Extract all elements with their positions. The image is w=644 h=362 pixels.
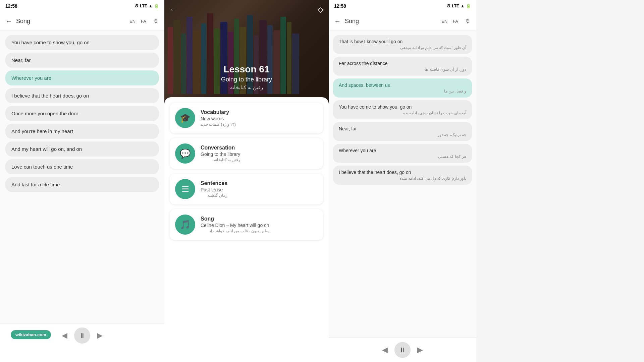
- back-button-center[interactable]: ←: [170, 5, 177, 14]
- card-fa-1: رفتن به کتابخانه: [201, 158, 240, 162]
- card-subtitle-1: Going to the library: [201, 152, 240, 157]
- battery-icon-right: 🔋: [466, 4, 471, 8]
- song-en-1: Far across the distance: [339, 61, 466, 66]
- song-item-left-6[interactable]: And my heart will go on, and on: [5, 141, 159, 157]
- card-icon-3: 🎵: [175, 215, 195, 235]
- bookmark-button[interactable]: ◇: [318, 5, 323, 14]
- lesson-fa: رفتن به کتابخانه: [164, 84, 329, 90]
- song-item-right-5[interactable]: Wherever you are هر کجا که هستی: [333, 144, 472, 163]
- app-title-right: Song: [345, 18, 440, 25]
- song-item-right-6[interactable]: I believe that the heart does, go on باو…: [333, 166, 472, 185]
- status-bar-right: 12:58 ⏱ LTE ▲ 🔋: [329, 0, 476, 12]
- prev-button-right[interactable]: ◀: [382, 346, 388, 354]
- next-button-left[interactable]: ▶: [97, 331, 103, 340]
- card-icon-1: 💬: [175, 143, 195, 164]
- status-icons-left: ⏱ LTE ▲ 🔋: [135, 4, 159, 8]
- center-panel: ← ◇ Lesson 61 Going to the library رفتن …: [164, 0, 329, 362]
- song-item-right-1[interactable]: Far across the distance دور، از آن سوی ف…: [333, 57, 472, 76]
- lesson-card-3[interactable]: 🎵 Song Celine Dion – My heart will go on…: [170, 209, 323, 240]
- lte-label-right: LTE: [452, 4, 459, 8]
- time-left: 12:58: [5, 3, 17, 9]
- back-button-right[interactable]: ←: [334, 17, 341, 25]
- song-fa-5: هر کجا که هستی: [339, 154, 466, 159]
- lte-label: LTE: [140, 4, 147, 8]
- song-en-5: Wherever you are: [339, 148, 466, 153]
- app-bar-right: ← Song EN FA 🎙: [329, 12, 476, 31]
- timer-icon-right: ⏱: [446, 4, 450, 8]
- song-fa-2: و فضا، بین ما: [339, 89, 466, 94]
- song-list-left: You have come to show you, go onNear, fa…: [0, 31, 164, 323]
- card-title-3: Song: [201, 216, 269, 222]
- mic-button-right[interactable]: 🎙: [465, 18, 471, 25]
- card-subtitle-0: New words: [201, 116, 236, 121]
- card-icon-0: 🎓: [175, 108, 195, 128]
- mic-button-left[interactable]: 🎙: [153, 18, 159, 25]
- song-item-left-3[interactable]: I believe that the heart does, go on: [5, 88, 159, 103]
- lesson-card-0[interactable]: 🎓 Vocabulary New words (۲۳ واژه) کلمات ج…: [170, 103, 323, 133]
- card-fa-2: زمان گذشته: [201, 193, 227, 198]
- lesson-card-2[interactable]: ☰ Sentences Past tense زمان گذشته: [170, 174, 323, 204]
- lesson-header: ← ◇ Lesson 61 Going to the library رفتن …: [164, 0, 329, 104]
- song-list-right: That is how I know you'll go on آن طور ا…: [329, 31, 476, 338]
- lang-en-left[interactable]: EN: [128, 18, 137, 24]
- status-bar-left: 12:58 ⏱ LTE ▲ 🔋: [0, 0, 164, 12]
- time-right: 12:58: [334, 3, 346, 9]
- card-icon-2: ☰: [175, 179, 195, 199]
- lang-en-right[interactable]: EN: [440, 18, 449, 24]
- card-text-2: Sentences Past tense زمان گذشته: [201, 180, 227, 198]
- app-bar-left: ← Song EN FA 🎙: [0, 12, 164, 31]
- back-button-left[interactable]: ←: [5, 17, 12, 25]
- lang-fa-left[interactable]: FA: [140, 18, 148, 24]
- card-title-0: Vocabulary: [201, 109, 236, 115]
- signal-icon-right: ▲: [461, 4, 465, 8]
- song-item-right-3[interactable]: You have come to show you, go on آمده ای…: [333, 100, 472, 119]
- left-panel: 12:58 ⏱ LTE ▲ 🔋 ← Song EN FA 🎙 You have …: [0, 0, 164, 362]
- song-fa-3: آمده ای خودت را نشان بدهی، ادامه بده: [339, 111, 466, 115]
- song-en-0: That is how I know you'll go on: [339, 39, 466, 44]
- lesson-number: Lesson 61: [164, 64, 329, 75]
- card-text-3: Song Celine Dion – My heart will go on س…: [201, 216, 269, 233]
- card-title-2: Sentences: [201, 180, 227, 186]
- timer-icon: ⏱: [135, 4, 139, 8]
- song-item-right-2[interactable]: And spaces, between us و فضا، بین ما: [333, 78, 472, 98]
- lesson-subtitle: Going to the library: [164, 76, 329, 83]
- card-subtitle-2: Past tense: [201, 187, 227, 192]
- card-fa-0: (۲۳ واژه) کلمات جدید: [201, 122, 236, 127]
- song-item-left-8[interactable]: And last for a life time: [5, 177, 159, 192]
- card-subtitle-3: Celine Dion – My heart will go on: [201, 223, 269, 228]
- next-button-right[interactable]: ▶: [417, 346, 423, 354]
- song-item-left-2[interactable]: Wherever you are: [5, 70, 159, 85]
- playback-bar-right: ◀ ⏸ ▶: [329, 338, 476, 362]
- song-item-left-4[interactable]: Once more you open the door: [5, 106, 159, 121]
- lang-fa-right[interactable]: FA: [451, 18, 460, 24]
- card-text-0: Vocabulary New words (۲۳ واژه) کلمات جدی…: [201, 109, 236, 127]
- song-item-right-4[interactable]: Near, far چه نزدیک، چه دور: [333, 122, 472, 141]
- song-item-left-0[interactable]: You have come to show you, go on: [5, 35, 159, 50]
- song-en-4: Near, far: [339, 126, 466, 131]
- song-item-left-7[interactable]: Love can touch us one time: [5, 159, 159, 174]
- card-title-1: Conversation: [201, 145, 240, 151]
- wikizaban-badge: wikizaban.com: [11, 330, 51, 339]
- song-en-6: I believe that the heart does, go on: [339, 170, 466, 175]
- song-en-2: And spaces, between us: [339, 82, 466, 88]
- card-fa-3: سلین دیون - قلب من ادامه خواهد داد: [201, 229, 269, 233]
- lesson-cards: 🎓 Vocabulary New words (۲۳ واژه) کلمات ج…: [164, 97, 329, 362]
- song-fa-1: دور، از آن سوی فاصله ها: [339, 67, 466, 72]
- song-fa-0: آن طور است که می دانم تو ادامه میدهی: [339, 45, 466, 50]
- song-item-left-1[interactable]: Near, far: [5, 53, 159, 68]
- song-item-left-5[interactable]: And you're here in my heart: [5, 124, 159, 139]
- song-item-right-0[interactable]: That is how I know you'll go on آن طور ا…: [333, 35, 472, 54]
- pause-button-left[interactable]: ⏸: [74, 327, 90, 344]
- song-fa-4: چه نزدیک، چه دور: [339, 132, 466, 137]
- app-title-left: Song: [16, 18, 128, 25]
- lang-buttons-left: EN FA 🎙: [128, 18, 159, 25]
- pause-button-right[interactable]: ⏸: [394, 342, 411, 358]
- status-icons-right: ⏱ LTE ▲ 🔋: [446, 4, 471, 8]
- lesson-card-1[interactable]: 💬 Conversation Going to the library رفتن…: [170, 138, 323, 169]
- prev-button-left[interactable]: ◀: [62, 331, 67, 340]
- song-en-3: You have come to show you, go on: [339, 104, 466, 110]
- lesson-title-block: Lesson 61 Going to the library رفتن به ک…: [164, 64, 329, 90]
- right-panel: 12:58 ⏱ LTE ▲ 🔋 ← Song EN FA 🎙 That is h…: [329, 0, 476, 362]
- card-text-1: Conversation Going to the library رفتن ب…: [201, 145, 240, 162]
- lang-buttons-right: EN FA 🎙: [440, 18, 471, 25]
